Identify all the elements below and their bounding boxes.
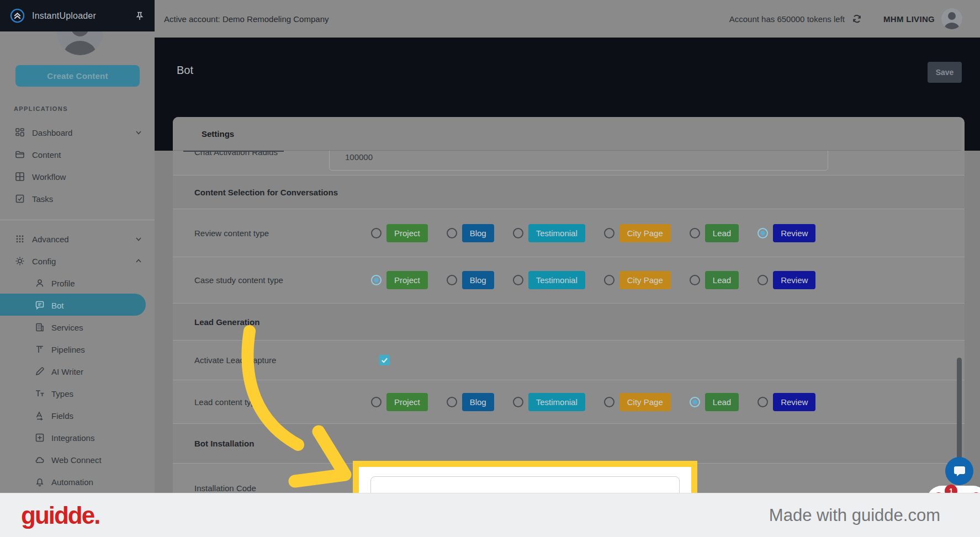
bell-icon	[35, 477, 45, 487]
sidebar-item-pipelines[interactable]: Pipelines	[0, 338, 155, 360]
radio-review[interactable]	[757, 275, 768, 285]
top-bar: Active account: Demo Remodeling Company …	[155, 0, 980, 38]
radio-testimonial[interactable]	[513, 397, 523, 407]
radio-city-page[interactable]	[604, 228, 615, 238]
plus-box-icon	[35, 433, 45, 443]
text-types-icon	[35, 389, 45, 398]
chip-lead[interactable]: Lead	[705, 393, 739, 411]
grid-table-icon	[15, 172, 25, 182]
folder-icon	[15, 150, 25, 159]
tab-settings[interactable]: Settings	[202, 129, 234, 139]
activate-lead-capture-checkbox[interactable]	[379, 355, 390, 365]
user-name: MHM LIVING	[883, 14, 935, 24]
chip-review[interactable]: Review	[773, 271, 815, 289]
chip-project[interactable]: Project	[386, 271, 428, 289]
radio-blog[interactable]	[447, 228, 457, 238]
sidebar-item-services[interactable]: Services	[0, 316, 155, 338]
sidebar-item-automation[interactable]: Automation	[0, 471, 155, 493]
radio-review[interactable]	[757, 397, 768, 407]
option-blog: Blog	[447, 393, 494, 411]
radio-project[interactable]	[371, 275, 382, 285]
sidebar-item-dashboard[interactable]: Dashboard	[0, 121, 155, 143]
chip-city-page[interactable]: City Page	[619, 393, 671, 411]
chip-blog[interactable]: Blog	[462, 224, 494, 242]
settings-tab-bar: Settings	[173, 117, 961, 151]
radio-blog[interactable]	[447, 397, 457, 407]
sidebar-divider	[0, 220, 155, 220]
chip-city-page[interactable]: City Page	[619, 224, 671, 242]
page-title: Bot	[177, 64, 193, 77]
sidebar-item-workflow[interactable]: Workflow	[0, 166, 155, 188]
chat-widget-button[interactable]	[945, 457, 973, 485]
sidebar-item-bot[interactable]: Bot	[0, 294, 155, 316]
instantuploader-logo-icon	[10, 8, 25, 23]
option-lead: Lead	[690, 271, 739, 289]
field-letter-icon	[35, 411, 45, 421]
applications-section-label: APPLICATIONS	[14, 105, 68, 112]
radio-lead[interactable]	[690, 275, 700, 285]
option-project: Project	[371, 393, 428, 411]
sidebar-item-web-connect[interactable]: Web Connect	[0, 449, 155, 471]
topbar-right: Account has 650000 tokens left MHM LIVIN…	[729, 8, 962, 29]
radio-lead[interactable]	[690, 228, 700, 238]
chevron-down-icon	[135, 235, 142, 243]
radio-testimonial[interactable]	[513, 275, 523, 285]
case-study-content-type-options: ProjectBlogTestimonialCity PageLeadRevie…	[371, 271, 815, 289]
radio-dot	[374, 278, 379, 283]
review-content-type-options: ProjectBlogTestimonialCity PageLeadRevie…	[371, 224, 815, 242]
radio-city-page[interactable]	[604, 397, 615, 407]
refresh-tokens-icon[interactable]	[851, 13, 862, 24]
vertical-scrollbar[interactable]	[957, 358, 962, 462]
radio-dot	[692, 400, 697, 405]
option-testimonial: Testimonial	[513, 271, 585, 289]
chip-review[interactable]: Review	[773, 224, 815, 242]
chat-bubble-icon	[952, 464, 967, 478]
option-review: Review	[757, 393, 815, 411]
chip-blog[interactable]: Blog	[462, 271, 494, 289]
pin-sidebar-icon[interactable]	[135, 11, 145, 21]
chevron-down-icon	[135, 129, 142, 136]
option-city-page: City Page	[604, 271, 671, 289]
radio-blog[interactable]	[447, 275, 457, 285]
user-avatar[interactable]	[941, 8, 962, 29]
sidebar-item-ai-writer[interactable]: AI Writer	[0, 360, 155, 382]
screen: Bot Save Chat Activation Radius Settings…	[0, 0, 980, 537]
sidebar-item-profile[interactable]: Profile	[0, 272, 155, 294]
radio-lead[interactable]	[690, 397, 700, 407]
save-button[interactable]: Save	[928, 62, 962, 83]
sidebar-item-types[interactable]: Types	[0, 382, 155, 405]
chat-message-icon	[35, 300, 45, 310]
sidebar-item-config[interactable]: Config	[0, 250, 155, 272]
sidebar-item-integrations[interactable]: Integrations	[0, 427, 155, 449]
chip-lead[interactable]: Lead	[705, 224, 739, 242]
create-content-button[interactable]: Create Content	[15, 65, 140, 87]
chip-project[interactable]: Project	[386, 224, 428, 242]
lead-content-type-label: Lead content type	[194, 397, 260, 407]
check-icon	[381, 357, 388, 364]
chip-lead[interactable]: Lead	[705, 271, 739, 289]
review-content-type-label: Review content type	[194, 228, 269, 238]
sidebar-item-fields[interactable]: Fields	[0, 405, 155, 427]
chip-blog[interactable]: Blog	[462, 393, 494, 411]
radio-project[interactable]	[371, 397, 382, 407]
option-review: Review	[757, 224, 815, 242]
option-blog: Blog	[447, 271, 494, 289]
chip-review[interactable]: Review	[773, 393, 815, 411]
row-case-study-content-type: Case study content type ProjectBlogTesti…	[173, 257, 965, 303]
chip-project[interactable]: Project	[386, 393, 428, 411]
task-check-icon	[15, 194, 25, 204]
sidebar-item-content[interactable]: Content	[0, 143, 155, 166]
chip-testimonial[interactable]: Testimonial	[528, 393, 585, 411]
option-city-page: City Page	[604, 393, 671, 411]
sidebar-item-advanced[interactable]: Advanced	[0, 228, 155, 250]
sidebar-item-tasks[interactable]: Tasks	[0, 188, 155, 210]
sidebar-avatar	[57, 31, 103, 55]
chip-city-page[interactable]: City Page	[619, 271, 671, 289]
radio-testimonial[interactable]	[513, 228, 523, 238]
radio-city-page[interactable]	[604, 275, 615, 285]
cloud-icon	[35, 455, 45, 465]
radio-review[interactable]	[757, 228, 768, 238]
chip-testimonial[interactable]: Testimonial	[528, 224, 585, 242]
radio-project[interactable]	[371, 228, 382, 238]
chip-testimonial[interactable]: Testimonial	[528, 271, 585, 289]
